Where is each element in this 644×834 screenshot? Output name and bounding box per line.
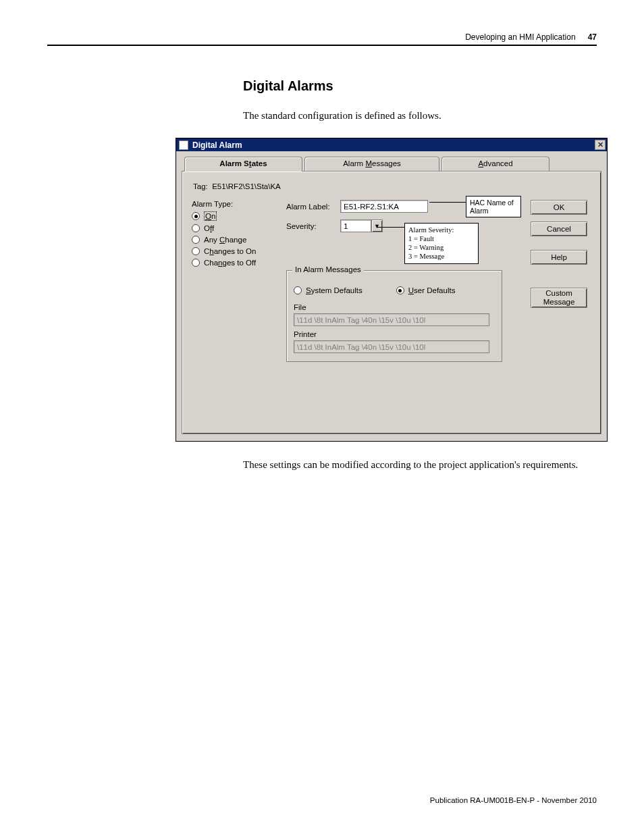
radio-dot-icon — [192, 224, 200, 232]
page-number: 47 — [588, 32, 597, 42]
cancel-button[interactable]: Cancel — [531, 221, 587, 236]
tab-alarm-states[interactable]: Alarm States — [184, 157, 302, 172]
tag-label: Tag: — [193, 182, 208, 190]
alarm-label-label: Alarm Label: — [286, 203, 335, 211]
close-icon[interactable]: ✕ — [595, 140, 606, 150]
custom-message-button[interactable]: Custom Message — [531, 288, 587, 308]
window-title: Digital Alarm — [192, 140, 242, 150]
printer-format-input[interactable] — [294, 340, 489, 353]
printer-label: Printer — [294, 330, 495, 338]
radio-any-change[interactable]: Any Change — [192, 236, 286, 244]
severity-input[interactable] — [340, 219, 371, 232]
chapter-title: Developing an HMI Application — [465, 32, 575, 42]
chevron-down-icon[interactable]: ▼ — [371, 219, 383, 232]
radio-system-defaults[interactable]: System Defaults — [294, 286, 363, 294]
titlebar: Digital Alarm ✕ — [176, 138, 607, 151]
callout-leader-line — [429, 202, 466, 203]
intro-text: The standard configuration is defined as… — [243, 110, 597, 122]
radio-dot-icon — [396, 286, 404, 294]
radio-dot-icon — [294, 286, 302, 294]
severity-label: Severity: — [286, 222, 335, 230]
alarm-label-input[interactable] — [340, 200, 428, 213]
radio-dot-icon — [192, 236, 200, 244]
radio-user-defaults[interactable]: User Defaults — [396, 286, 456, 294]
publication-footer: Publication RA-UM001B-EN-P - November 20… — [430, 796, 597, 804]
running-header: Developing an HMI Application 47 — [47, 32, 597, 42]
in-alarm-messages-group: In Alarm Messages System Defaults User D… — [286, 270, 502, 362]
tab-strip: Alarm States Alarm Messages Advanced — [182, 157, 601, 172]
radio-changes-to-on[interactable]: Changes to On — [192, 247, 286, 255]
severity-combo[interactable]: ▼ — [340, 219, 383, 232]
radio-changes-to-off[interactable]: Changes to Off — [192, 259, 286, 267]
window-icon — [179, 140, 188, 150]
callout-leader-line — [377, 227, 404, 228]
ok-button[interactable]: OK — [531, 200, 587, 215]
radio-dot-icon — [192, 247, 200, 255]
group-legend: In Alarm Messages — [292, 265, 364, 273]
radio-dot-icon — [192, 259, 200, 267]
tab-panel: Tag: E51\RF2\S1\Sta\KA Alarm Type: On — [182, 171, 601, 434]
tab-alarm-messages[interactable]: Alarm Messages — [304, 157, 439, 172]
callout-severity-legend: Alarm Severity: 1 = Fault 2 = Warning 3 … — [404, 223, 479, 264]
section-title: Digital Alarms — [243, 78, 597, 94]
tag-display: Tag: E51\RF2\S1\Sta\KA — [193, 182, 591, 190]
help-button[interactable]: Help — [531, 250, 587, 265]
file-format-input[interactable] — [294, 313, 489, 326]
radio-on[interactable]: On — [192, 211, 286, 221]
alarm-type-label: Alarm Type: — [192, 200, 286, 208]
tab-advanced[interactable]: Advanced — [441, 157, 549, 172]
tag-value: E51\RF2\S1\Sta\KA — [212, 182, 281, 190]
file-label: File — [294, 303, 495, 311]
digital-alarm-dialog: Digital Alarm ✕ Alarm States Alarm Messa… — [176, 138, 608, 442]
outro-text: These settings can be modified according… — [243, 458, 581, 471]
header-rule — [47, 45, 597, 46]
radio-off[interactable]: Off — [192, 224, 286, 232]
callout-hac-name: HAC Name of Alarm — [466, 196, 521, 217]
radio-dot-icon — [192, 212, 200, 220]
